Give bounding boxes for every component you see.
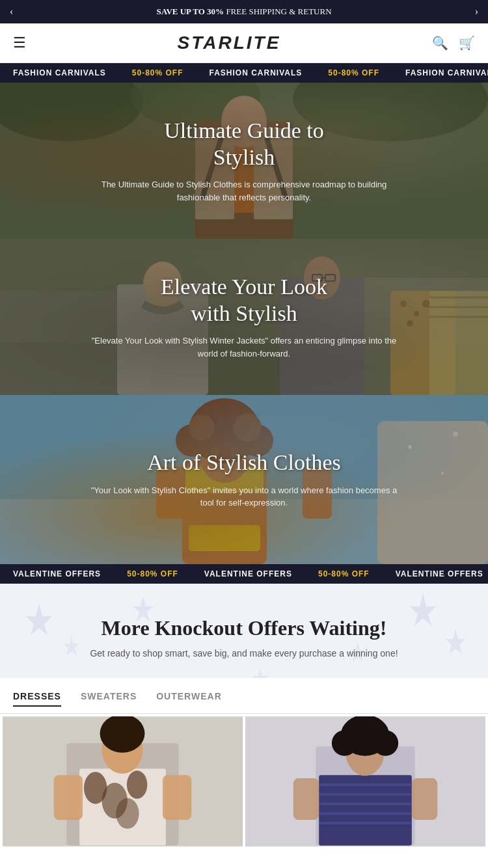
svg-rect-75 <box>412 778 437 820</box>
knockout-title: More Knockout Offers Waiting! <box>20 616 468 640</box>
valentine-ticker-item: VALENTINE OFFERS <box>191 569 305 578</box>
fashion-ticker-bar: FASHION CARNIVALS 50-80% OFF FASHION CAR… <box>0 63 488 83</box>
svg-rect-60 <box>54 775 83 820</box>
knockout-description: Get ready to shop smart, save big, and m… <box>20 648 468 658</box>
valentine-ticker-inner: VALENTINE OFFERS 50-80% OFF VALENTINE OF… <box>0 569 488 578</box>
knockout-section: More Knockout Offers Waiting! Get ready … <box>0 584 488 678</box>
hero3-content: Art of Stylish Clothes "Your Look with S… <box>49 450 439 509</box>
hero3-title: Art of Stylish Clothes <box>88 450 400 476</box>
product-card-1[interactable] <box>3 716 243 847</box>
svg-point-73 <box>373 730 398 755</box>
hamburger-menu-button[interactable]: ☰ <box>13 34 26 51</box>
hero1-content: Ultimate Guide to Stylish The Ultimate G… <box>49 118 439 204</box>
valentine-ticker-item: 50-80% OFF <box>114 569 191 578</box>
hero1-description: The Ultimate Guide to Stylish Clothes is… <box>88 178 400 204</box>
valentine-ticker-item: VALENTINE OFFERS <box>0 569 114 578</box>
valentine-ticker-bar: VALENTINE OFFERS 50-80% OFF VALENTINE OF… <box>0 564 488 584</box>
ticker-item: 50-80% OFF <box>119 68 197 77</box>
hero2-description: "Elevate Your Look with Stylish Winter J… <box>88 334 400 360</box>
announcement-text: SAVE UP TO 30% FREE SHIPPING & RETURN <box>156 7 331 17</box>
tab-dresses[interactable]: DRESSES <box>13 691 61 707</box>
logo-text: STARLITE <box>178 33 281 53</box>
prev-announcement-button[interactable]: ‹ <box>10 6 13 18</box>
hero2-content: Elevate Your Look with Stylish "Elevate … <box>49 274 439 360</box>
valentine-ticker-item: 50-80% OFF <box>305 569 383 578</box>
hero3-description: "Your Look with Stylish Clothes" invites… <box>88 484 400 509</box>
product-card-2[interactable] <box>245 716 485 847</box>
announcement-bar: ‹ SAVE UP TO 30% FREE SHIPPING & RETURN … <box>0 0 488 23</box>
ticker-item: FASHION CARNIVALS <box>0 68 119 77</box>
hero-section-1: Ultimate Guide to Stylish The Ultimate G… <box>0 83 488 239</box>
ticker-inner: FASHION CARNIVALS 50-80% OFF FASHION CAR… <box>0 68 488 77</box>
site-logo[interactable]: STARLITE <box>26 33 432 53</box>
header-icons: 🔍 🛒 <box>432 35 475 51</box>
hero-section-2: Elevate Your Look with Stylish "Elevate … <box>0 239 488 395</box>
hero1-title: Ultimate Guide to Stylish <box>88 118 400 171</box>
tab-outerwear[interactable]: OUTERWEAR <box>156 691 222 707</box>
svg-rect-61 <box>163 775 191 820</box>
product-grid <box>0 714 488 849</box>
category-tabs: DRESSES SWEATERS OUTERWEAR <box>0 678 488 714</box>
tab-sweaters[interactable]: SWEATERS <box>81 691 137 707</box>
cart-icon[interactable]: 🛒 <box>459 35 475 51</box>
ticker-item: FASHION CARNIVALS <box>197 68 316 77</box>
ticker-item: 50-80% OFF <box>315 68 392 77</box>
svg-point-57 <box>116 798 139 829</box>
hero2-title: Elevate Your Look with Stylish <box>88 274 400 327</box>
ticker-item: FASHION CARNIVALS <box>392 68 488 77</box>
announcement-regular: FREE SHIPPING & RETURN <box>226 7 331 16</box>
hero-section-3: Art of Stylish Clothes "Your Look with S… <box>0 395 488 564</box>
announcement-bold: SAVE UP TO 30% <box>156 7 224 16</box>
search-icon[interactable]: 🔍 <box>432 35 448 51</box>
header: ☰ STARLITE 🔍 🛒 <box>0 23 488 63</box>
next-announcement-button[interactable]: › <box>475 6 478 18</box>
svg-rect-74 <box>293 778 319 820</box>
svg-point-56 <box>127 770 147 798</box>
valentine-ticker-item: VALENTINE OFFERS <box>383 569 488 578</box>
svg-point-72 <box>332 730 357 755</box>
